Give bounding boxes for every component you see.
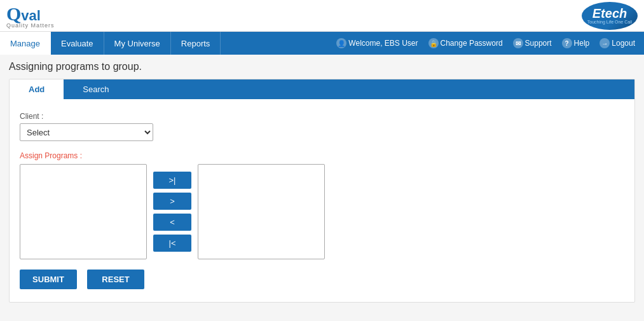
top-bar: Q val Quality Matters Etech Touching Lif… [0, 0, 644, 32]
logo-area: Q val Quality Matters [6, 3, 60, 29]
nav-bar: Manage Evaluate My Universe Reports 👤 We… [0, 32, 644, 55]
move-left-button[interactable]: < [153, 214, 191, 231]
available-programs-list[interactable] [20, 164, 147, 259]
nav-change-password[interactable]: 🔒 Change Password [425, 38, 507, 48]
etech-logo-container: Etech Touching Life One Call [582, 2, 638, 30]
main-panel: Add Search Client : Select Assign Progra… [9, 79, 635, 303]
nav-item-myuniverse[interactable]: My Universe [104, 32, 171, 55]
panel-body: Client : Select Assign Programs : >| > < [10, 99, 634, 302]
move-all-left-button[interactable]: |< [153, 235, 191, 252]
move-right-button[interactable]: > [153, 193, 191, 210]
page-title: Assigning programs to group. [9, 61, 635, 72]
nav-help[interactable]: ? Help [558, 38, 594, 48]
user-icon: 👤 [336, 38, 346, 48]
client-select[interactable]: Select [20, 123, 153, 141]
support-icon: ✉ [513, 38, 523, 48]
reset-button[interactable]: RESET [87, 270, 144, 289]
nav-item-reports[interactable]: Reports [171, 32, 221, 55]
selected-programs-list[interactable] [198, 164, 325, 259]
nav-item-manage[interactable]: Manage [0, 32, 51, 55]
nav-logout[interactable]: → Logout [596, 38, 639, 48]
move-all-right-button[interactable]: >| [153, 172, 191, 189]
assign-programs-label: Assign Programs : [20, 151, 624, 160]
nav-support[interactable]: ✉ Support [509, 38, 556, 48]
assign-programs-group: Assign Programs : >| > < |< [20, 151, 624, 259]
page-content: Assigning programs to group. Add Search … [0, 55, 644, 321]
tab-search[interactable]: Search [64, 79, 128, 99]
etech-logo-subtext: Touching Life One Call [587, 20, 632, 24]
action-buttons: SUBMIT RESET [20, 270, 624, 289]
tab-add[interactable]: Add [10, 79, 64, 99]
lock-icon: 🔒 [428, 38, 439, 48]
nav-item-evaluate[interactable]: Evaluate [51, 32, 104, 55]
nav-right: 👤 Welcome, EBS User 🔒 Change Password ✉ … [332, 38, 644, 48]
help-icon: ? [562, 38, 572, 48]
client-label: Client : [20, 112, 624, 121]
client-form-group: Client : Select [20, 112, 624, 141]
submit-button[interactable]: SUBMIT [20, 270, 77, 289]
transfer-buttons: >| > < |< [153, 172, 191, 252]
qval-tagline: Quality Matters [6, 22, 55, 29]
qval-logo-q: Q [6, 3, 21, 25]
nav-welcome: 👤 Welcome, EBS User [332, 38, 421, 48]
logout-icon: → [599, 38, 610, 48]
panel-tabs: Add Search [10, 79, 634, 99]
transfer-area: >| > < |< [20, 164, 624, 259]
etech-logo-text: Etech [593, 7, 627, 20]
nav-left: Manage Evaluate My Universe Reports [0, 32, 221, 55]
etech-logo: Etech Touching Life One Call [582, 2, 638, 30]
